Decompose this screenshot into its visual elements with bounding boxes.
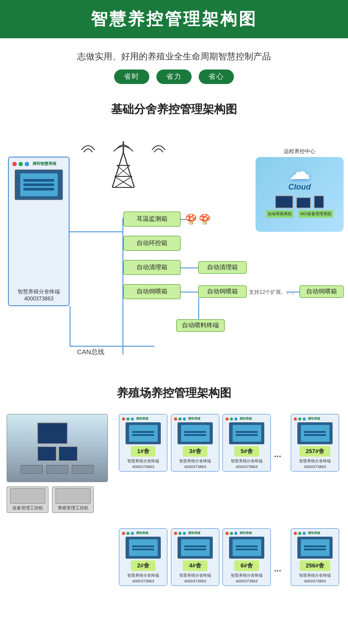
screen-bar-2 xyxy=(23,183,54,186)
badge-1: 省时 xyxy=(114,70,149,84)
hline-sensor xyxy=(181,219,186,220)
cloud-area: 远程养控中心 ☁ Cloud 自动养殖系统 MCI设备管理系统 xyxy=(255,148,344,236)
big-screen-1 xyxy=(37,422,68,444)
sm-bar-5b xyxy=(132,549,154,550)
st-label-6: 智慧养殖分舍终端4000373863 xyxy=(179,573,211,584)
st-dot-red-4 xyxy=(294,417,297,421)
shelf-label-2: 3#舍 xyxy=(183,446,207,457)
cloud-box: ☁ Cloud 自动养殖系统 MCI设备管理系统 xyxy=(255,157,344,232)
green-box-feed-far: 自动饲喂箱 xyxy=(300,285,344,298)
st-logo-3: 搏和养殖 xyxy=(240,417,252,421)
sm-bar-5a xyxy=(132,545,154,547)
section1-title: 基础分舍养控管理架构图 xyxy=(0,102,348,117)
arch1-diagram: 搏和智慧养殖 智慧养殖分舍终端 4000373863 xyxy=(0,126,348,372)
sm-bar-7a xyxy=(236,545,258,547)
terminal-label: 智慧养殖分舍终端 4000373863 xyxy=(18,288,60,304)
cloud-screens xyxy=(275,195,324,209)
st-header-1: 搏和养殖 xyxy=(121,417,166,421)
dot-blue xyxy=(25,162,29,166)
cloud-bottom-labels: 自动养殖系统 MCI设备管理系统 xyxy=(266,210,333,218)
st-header-2: 搏和养殖 xyxy=(173,417,218,421)
terminal-1: 搏和养殖 1#舍 智慧养殖分舍终端4000373863 xyxy=(119,414,167,472)
wifi-waves-right xyxy=(150,141,172,163)
st-screen-inner-4 xyxy=(301,425,329,442)
st-label-7: 智慧养殖分舍终端4000373863 xyxy=(231,573,263,584)
dot-green xyxy=(19,162,23,166)
sm-bar-3a xyxy=(236,431,258,433)
st-logo-7: 搏和养殖 xyxy=(240,531,252,535)
vline-can-right xyxy=(154,346,155,346)
st-dot-red-7 xyxy=(226,532,229,535)
green-box-feed-terminal: 自动喂料终端 xyxy=(176,319,225,332)
shelf-label-8: 256#舍 xyxy=(300,560,330,571)
st-screen-6 xyxy=(178,537,213,559)
green-box-feed: 自动饲喂箱 xyxy=(123,284,181,299)
green-box-env-ctrl: 自动环控箱 xyxy=(123,236,181,251)
st-label-1: 智慧养殖分舍终端4000373863 xyxy=(127,458,159,469)
hline-terminal-boxes xyxy=(70,231,122,232)
tablet-screen xyxy=(314,195,324,209)
st-dot-blue-3 xyxy=(234,417,237,421)
terminal-3: 搏和养殖 5#舍 智慧养殖分舍终端4000373863 xyxy=(222,414,271,472)
sm-bar-6a xyxy=(184,545,206,547)
green-box-feed-side: 自动饲喂箱 xyxy=(198,285,247,298)
farm-image xyxy=(7,414,108,482)
screen-group xyxy=(37,422,78,461)
green-box-clean: 自动清理箱 xyxy=(123,260,181,275)
hline-far-feed xyxy=(286,292,300,293)
desk-3 xyxy=(72,465,94,474)
arch2-diagram: 设备管理工控机 养殖管理工控机 搏和养殖 1#舍 智慧养殖分舍终端4000373… xyxy=(0,410,348,638)
laptop-screen xyxy=(296,197,311,209)
st-header-5: 搏和养殖 xyxy=(121,531,166,535)
st-screen-inner-2 xyxy=(181,425,210,442)
sm-bar-4a xyxy=(304,431,326,433)
hline-can xyxy=(70,346,154,347)
ws-label-2: 养殖管理工控机 xyxy=(58,505,89,511)
st-screen-8 xyxy=(297,537,333,559)
subtitle-text: 志做实用、好用的养殖业全生命周期智慧控制产品 xyxy=(9,51,339,62)
st-header-4: 搏和养殖 xyxy=(292,417,337,421)
st-header-8: 搏和养殖 xyxy=(292,531,337,535)
sm-bar-4b xyxy=(304,434,326,436)
st-screen-2 xyxy=(178,422,213,444)
terminal-5: 搏和养殖 2#舍 智慧养殖分舍终端4000373863 xyxy=(119,528,167,586)
cloud-icon: ☁ xyxy=(289,161,311,183)
sm-bar-7b xyxy=(236,549,258,550)
badge-3: 省心 xyxy=(199,70,234,84)
st-dot-red-6 xyxy=(174,532,177,535)
terminal-header: 搏和智慧养殖 xyxy=(11,161,67,167)
vline-feed-down xyxy=(198,298,199,320)
st-dot-red-1 xyxy=(122,417,125,421)
control-room xyxy=(37,422,78,461)
header: 智慧养控管理架构图 xyxy=(0,0,348,38)
st-dot-green-5 xyxy=(126,532,130,535)
st-dot-red-5 xyxy=(122,532,125,535)
dots-row2: ··· xyxy=(274,566,281,576)
st-dot-blue-2 xyxy=(183,417,186,421)
st-dot-blue-1 xyxy=(131,417,134,421)
st-screen-inner-3 xyxy=(233,425,261,442)
subtitle-section: 志做实用、好用的养殖业全生命周期智慧控制产品 省时 省力 省心 xyxy=(0,38,348,88)
green-box-ear-temp: 耳温监测箱 xyxy=(123,212,181,227)
screen-bar-1 xyxy=(23,179,54,182)
st-logo-6: 搏和养殖 xyxy=(188,531,200,535)
sm-bar-1a xyxy=(132,431,154,433)
cloud-label: 远程养控中心 xyxy=(255,148,344,155)
terminal-box-left: 搏和智慧养殖 智慧养殖分舍终端 4000373863 xyxy=(8,157,70,306)
st-label-8: 智慧养殖分舍终端4000373863 xyxy=(299,573,331,584)
cloud-label-1: 自动养殖系统 xyxy=(266,210,293,218)
st-dot-blue-4 xyxy=(303,417,306,421)
terminal-4: 搏和养殖 257#舍 智慧养殖分舍终端4000373863 xyxy=(291,414,339,472)
shelf-label-1: 1#舍 xyxy=(131,446,155,457)
terminal-7: 搏和养殖 6#舍 智慧养殖分舍终端4000373863 xyxy=(222,528,271,586)
st-label-3: 智慧养殖分舍终端4000373863 xyxy=(231,458,263,469)
st-header-6: 搏和养殖 xyxy=(173,531,218,535)
cloud-word: Cloud xyxy=(289,183,311,192)
st-screen-3 xyxy=(229,422,264,444)
farm-image-inner xyxy=(7,414,107,482)
st-logo-8: 搏和养殖 xyxy=(308,531,320,535)
st-screen-4 xyxy=(297,422,333,444)
sm-bar-6b xyxy=(184,549,206,550)
sm-bar-8b xyxy=(304,549,326,550)
section2-title: 养殖场养控管理架构图 xyxy=(0,385,348,401)
